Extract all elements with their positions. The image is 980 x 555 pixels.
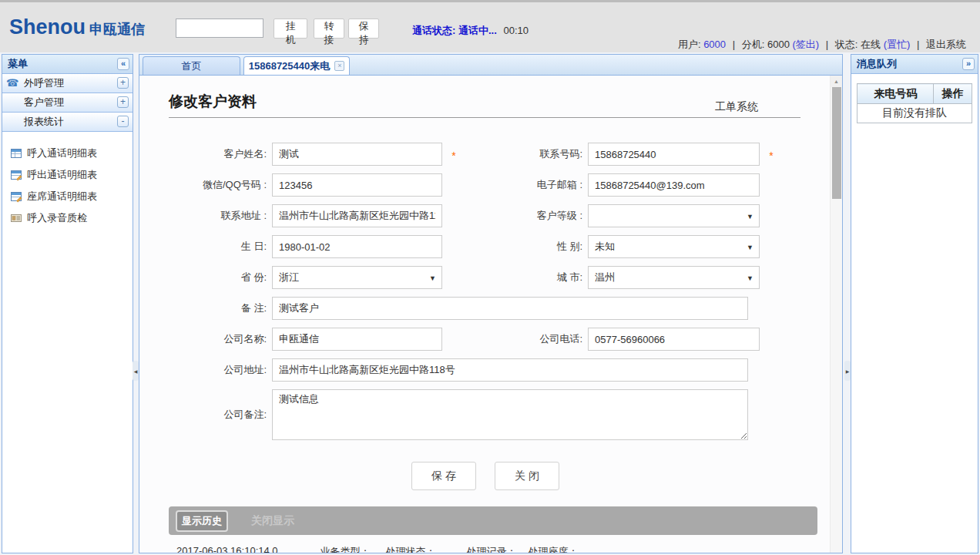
call-status-value: 通话中... xyxy=(458,25,497,36)
chevron-down-icon: ▼ xyxy=(747,274,753,282)
form-title-row: 修改客户资料 工单系统 xyxy=(169,92,800,118)
email-input[interactable] xyxy=(588,173,760,197)
brand-logo-en: Shenou xyxy=(9,15,86,39)
field-label: 联系号码: xyxy=(465,147,588,161)
select-value: 浙江 xyxy=(279,271,299,284)
brand-logo-cn: 申瓯通信 xyxy=(89,22,145,37)
tab-label: 首页 xyxy=(182,59,202,73)
remark-input[interactable] xyxy=(272,297,748,320)
tab-strip: 首页 15868725440来电 × xyxy=(139,55,842,76)
contact-number-input[interactable] xyxy=(588,143,760,166)
table-report-icon xyxy=(10,147,22,160)
chevron-down-icon: ▼ xyxy=(429,274,436,282)
transfer-button[interactable]: 转接 xyxy=(314,18,344,39)
splitter-right-arrow-icon[interactable]: ▶ xyxy=(844,361,851,381)
user-id-link[interactable]: 6000 xyxy=(703,39,726,50)
field-label: 性 别: xyxy=(465,240,588,254)
show-history-button[interactable]: 显示历史 xyxy=(176,510,228,532)
left-splitter[interactable]: ◀ xyxy=(133,54,139,553)
page-title: 修改客户资料 xyxy=(169,93,257,109)
proc-status-label: 处理状态： xyxy=(386,545,436,553)
sidebar-group-reports[interactable]: 报表统计 - xyxy=(2,113,133,132)
customer-name-input[interactable] xyxy=(272,143,442,166)
top-header: Shenou申瓯通信 挂机 转接 保持 通话状态: 通话中... 00:10 用… xyxy=(0,0,980,52)
sidebar-group-outbound[interactable]: ☎ 外呼管理 + xyxy=(2,74,133,93)
field-label: 公司备注: xyxy=(169,408,272,422)
collapse-right-icon[interactable]: » xyxy=(962,58,975,70)
menu-sidebar: 菜单 « ☎ 外呼管理 + 客户管理 + 报表统计 - 呼入通话明细表 呼出通话… xyxy=(2,54,133,553)
birthday-input[interactable] xyxy=(272,235,442,258)
form-row: 联系地址 : 客户等级 : ▼ xyxy=(169,204,802,227)
city-select[interactable]: 温州 ▼ xyxy=(588,266,760,289)
expand-icon[interactable]: + xyxy=(117,96,129,108)
queue-col-number: 来电号码 xyxy=(858,84,934,104)
hold-button[interactable]: 保持 xyxy=(348,18,379,39)
queue-table: 来电号码 操作 目前没有排队 xyxy=(857,83,972,123)
form-row: 省 份: 浙江 ▼ 城 市: 温州 ▼ xyxy=(169,266,802,289)
logout-link[interactable]: 退出系统 xyxy=(926,39,966,50)
state-label: 状态: xyxy=(835,39,858,50)
splitter-left-arrow-icon[interactable]: ◀ xyxy=(133,361,139,381)
required-star: * xyxy=(760,146,783,162)
call-status: 通话状态: 通话中... 00:10 xyxy=(412,24,529,38)
field-label: 联系地址 : xyxy=(169,209,272,223)
tab-label: 15868725440来电 xyxy=(249,59,331,73)
wechat-qq-input[interactable] xyxy=(272,173,442,197)
form-row: 公司名称: 公司电话: xyxy=(169,328,802,351)
province-select[interactable]: 浙江 ▼ xyxy=(272,266,442,289)
field-label: 客户等级 : xyxy=(465,209,588,223)
customer-level-select[interactable]: ▼ xyxy=(588,204,760,227)
sidebar-item-recording-qc[interactable]: 呼入录音质检 xyxy=(10,207,133,229)
close-icon[interactable]: × xyxy=(334,61,344,71)
hide-history-button[interactable]: 关闭显示 xyxy=(251,514,294,528)
hangup-button[interactable]: 挂机 xyxy=(274,18,307,39)
tab-incoming-call[interactable]: 15868725440来电 × xyxy=(243,56,350,75)
reports-submenu: 呼入通话明细表 呼出通话明细表 座席通话明细表 呼入录音质检 xyxy=(2,132,133,229)
workorder-system-link[interactable]: 工单系统 xyxy=(715,100,758,114)
company-address-input[interactable] xyxy=(272,358,748,382)
gender-select[interactable]: 未知 ▼ xyxy=(588,235,760,258)
save-button[interactable]: 保 存 xyxy=(411,462,476,490)
company-phone-input[interactable] xyxy=(588,328,760,351)
main-panel: 首页 15868725440来电 × 修改客户资料 工单系统 客户姓名: * 联… xyxy=(139,54,843,553)
field-label: 公司地址: xyxy=(169,363,272,377)
field-label: 客户姓名: xyxy=(169,147,272,161)
chevron-down-icon: ▼ xyxy=(747,213,753,220)
menu-title: 菜单 xyxy=(8,58,28,69)
menu-sidebar-header: 菜单 « xyxy=(2,55,133,74)
company-remark-textarea[interactable]: 测试信息 xyxy=(272,389,748,440)
contact-address-input[interactable] xyxy=(272,204,442,227)
sidebar-item-label: 呼入通话明细表 xyxy=(27,146,97,160)
sidebar-item-inbound-detail[interactable]: 呼入通话明细表 xyxy=(10,143,133,164)
sidebar-item-outbound-detail[interactable]: 呼出通话明细表 xyxy=(10,164,133,186)
dial-number-input[interactable] xyxy=(176,18,263,38)
sign-out-link[interactable]: (签出) xyxy=(793,39,820,50)
right-splitter[interactable]: ▶ xyxy=(844,54,851,553)
scrollbar-thumb[interactable] xyxy=(832,87,841,199)
form-content: 修改客户资料 工单系统 客户姓名: * 联系号码: * 微信/QQ号码 : 电子… xyxy=(139,76,842,553)
collapse-left-icon[interactable]: « xyxy=(117,58,129,70)
sidebar-group-label: 客户管理 xyxy=(24,96,64,108)
vertical-scrollbar[interactable]: ▲ xyxy=(830,76,842,553)
select-value: 温州 xyxy=(595,271,615,284)
proc-agent-label: 处理座席： xyxy=(529,545,579,553)
field-label: 公司电话: xyxy=(465,332,588,346)
close-button[interactable]: 关 闭 xyxy=(495,462,559,490)
call-timer: 00:10 xyxy=(503,25,529,36)
proc-record-label: 处理记录： xyxy=(467,545,517,553)
sidebar-item-agent-detail[interactable]: 座席通话明细表 xyxy=(10,186,133,207)
field-label: 公司名称: xyxy=(169,332,272,346)
sidebar-group-customers[interactable]: 客户管理 + xyxy=(2,93,133,113)
sidebar-item-label: 呼入录音质检 xyxy=(27,211,87,225)
form-row: 公司地址: xyxy=(169,358,802,382)
scroll-up-icon[interactable]: ▲ xyxy=(831,76,842,87)
company-name-input[interactable] xyxy=(272,328,442,351)
separator: | xyxy=(733,39,735,50)
brand-logo: Shenou申瓯通信 xyxy=(9,15,145,39)
field-label: 生 日: xyxy=(169,240,272,254)
sidebar-item-label: 呼出通话明细表 xyxy=(27,168,97,182)
set-busy-link[interactable]: (置忙) xyxy=(884,39,911,50)
tab-home[interactable]: 首页 xyxy=(143,56,240,75)
collapse-icon[interactable]: - xyxy=(117,116,129,127)
expand-icon[interactable]: + xyxy=(117,77,129,89)
